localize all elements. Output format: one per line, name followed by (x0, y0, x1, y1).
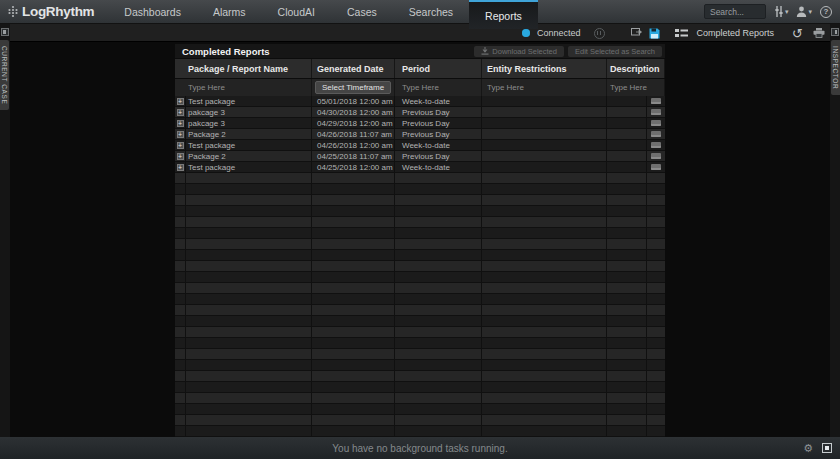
row-entity (482, 118, 607, 128)
empty-table-row (175, 415, 665, 426)
filter-name-input[interactable] (188, 83, 311, 92)
background-tasks-icon[interactable] (822, 443, 832, 453)
row-date: 04/25/2018 11:07 am (312, 151, 395, 161)
row-name: Test package (186, 96, 312, 106)
nav-tabs: DashboardsAlarmsCloudAICasesSearchesRepo… (108, 0, 538, 23)
table-row[interactable]: + pakcage 3 04/29/2018 12:00 am Previous… (175, 118, 665, 129)
empty-table-row (175, 217, 665, 228)
expand-row-icon[interactable]: + (177, 109, 184, 116)
column-header-generated-date[interactable]: Generated Date (312, 59, 395, 78)
tab-dashboards[interactable]: Dashboards (108, 0, 197, 23)
row-period: Week-to-date (395, 140, 482, 150)
download-report-icon[interactable] (651, 98, 661, 104)
expand-left-panel-icon[interactable] (1, 28, 9, 36)
gear-icon[interactable]: ⚙ (803, 442, 813, 455)
empty-table-row (175, 173, 665, 184)
download-report-icon[interactable] (651, 120, 661, 126)
column-header-description[interactable]: Description (607, 59, 665, 78)
empty-table-row (175, 250, 665, 261)
table-row[interactable]: + Test package 04/26/2018 12:00 am Week-… (175, 140, 665, 151)
empty-table-row (175, 283, 665, 294)
connected-status-icon (522, 29, 530, 37)
row-date: 04/29/2018 12:00 am (312, 118, 395, 128)
current-case-tab[interactable]: CURRENT CASE (0, 40, 9, 110)
expand-row-icon[interactable]: + (177, 153, 184, 160)
download-report-icon[interactable] (651, 131, 661, 137)
filter-description-input[interactable] (610, 83, 664, 92)
table-row[interactable]: + pakcage 3 04/30/2018 12:00 am Previous… (175, 107, 665, 118)
filter-entity-input[interactable] (487, 83, 606, 92)
row-entity (482, 129, 607, 139)
download-icon (481, 47, 489, 55)
column-header-entity-restrictions[interactable]: Entity Restrictions (482, 59, 607, 78)
row-name: pakcage 3 (186, 118, 312, 128)
tab-cases[interactable]: Cases (331, 0, 393, 23)
empty-table-row (175, 426, 665, 437)
row-date: 04/26/2018 12:00 am (312, 140, 395, 150)
download-selected-button[interactable]: Download Selected (474, 46, 564, 57)
table-row[interactable]: + Test package 04/25/2018 12:00 am Week-… (175, 162, 665, 173)
empty-table-row (175, 195, 665, 206)
download-report-icon[interactable] (651, 109, 661, 115)
empty-table-row (175, 206, 665, 217)
download-report-icon[interactable] (651, 164, 661, 170)
download-report-icon[interactable] (651, 153, 661, 159)
expand-row-icon[interactable]: + (177, 98, 184, 105)
row-name: Test package (186, 140, 312, 150)
expand-row-icon[interactable]: + (177, 164, 184, 171)
table-header-row: Package / Report Name Generated Date Per… (175, 58, 665, 78)
empty-table-row (175, 360, 665, 371)
connection-status-cluster: Connected (522, 24, 774, 42)
empty-table-row (175, 228, 665, 239)
statusbar-right-cluster: ⚙ (803, 437, 832, 459)
logo-text: LogRhythm (22, 4, 94, 19)
tab-searches[interactable]: Searches (393, 0, 469, 23)
empty-table-row (175, 349, 665, 360)
logrhythm-logo: LogRhythm (0, 0, 108, 23)
table-row[interactable]: + Test package 05/01/2018 12:00 am Week-… (175, 96, 665, 107)
row-period: Week-to-date (395, 96, 482, 106)
tab-alarms[interactable]: Alarms (197, 0, 262, 23)
sliders-icon (774, 6, 784, 17)
user-menu[interactable]: ▾ (796, 6, 812, 17)
pause-updates-icon[interactable] (594, 28, 605, 39)
empty-table-row (175, 393, 665, 404)
refresh-icon[interactable]: ↺ (792, 27, 803, 40)
select-timeframe-button[interactable]: Select Timeframe (315, 81, 391, 94)
tab-cloudai[interactable]: CloudAI (262, 0, 331, 23)
download-report-icon[interactable] (651, 142, 661, 148)
logo-mark-icon (8, 5, 19, 18)
help-icon[interactable]: ? (820, 6, 832, 18)
row-date: 04/30/2018 12:00 am (312, 107, 395, 117)
row-period: Previous Day (395, 118, 482, 128)
send-to-screen-icon[interactable] (631, 28, 642, 38)
filter-settings-menu[interactable]: ▾ (774, 6, 789, 17)
status-bar: You have no background tasks running. ⚙ (0, 437, 840, 459)
row-description (607, 107, 647, 117)
column-header-period[interactable]: Period (395, 59, 482, 78)
expand-row-icon[interactable]: + (177, 131, 184, 138)
expand-row-icon[interactable]: + (177, 120, 184, 127)
table-row[interactable]: + Package 2 04/26/2018 11:07 am Previous… (175, 129, 665, 140)
view-toolbar: Connected (10, 24, 830, 42)
print-icon[interactable] (813, 28, 825, 38)
table-row[interactable]: + Package 2 04/25/2018 11:07 am Previous… (175, 151, 665, 162)
row-entity (482, 96, 607, 106)
inspector-tab[interactable]: INSPECTOR (831, 40, 840, 95)
filter-period-input[interactable] (402, 83, 481, 92)
empty-table-row (175, 382, 665, 393)
empty-table-row (175, 371, 665, 382)
empty-table-row (175, 316, 665, 327)
row-description (607, 162, 647, 172)
column-header-package-report-name[interactable]: Package / Report Name (175, 59, 312, 78)
row-date: 04/25/2018 12:00 am (312, 162, 395, 172)
connection-status-label: Connected (537, 28, 581, 38)
expand-inspector-panel-icon[interactable] (831, 28, 839, 36)
background-tasks-message: You have no background tasks running. (332, 443, 507, 454)
search-input[interactable] (704, 4, 766, 19)
edit-selected-as-search-button[interactable]: Edit Selected as Search (568, 46, 662, 57)
row-entity (482, 151, 607, 161)
expand-row-icon[interactable]: + (177, 142, 184, 149)
tab-reports[interactable]: Reports (469, 0, 538, 29)
save-view-icon[interactable] (649, 28, 660, 39)
